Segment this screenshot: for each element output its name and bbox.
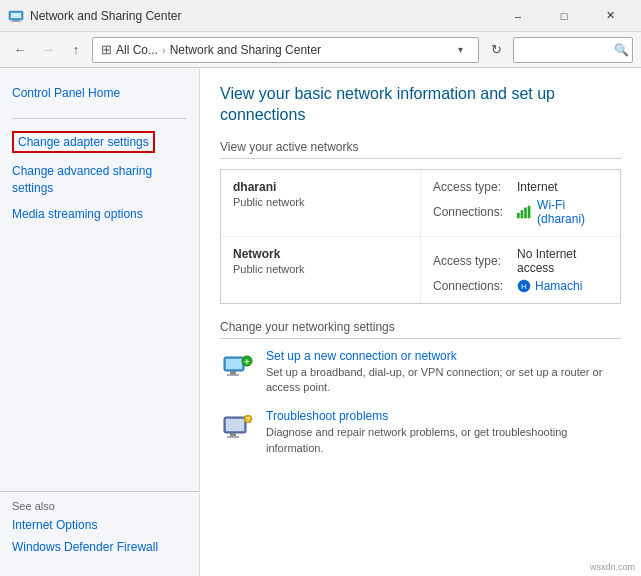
troubleshoot-icon: ? <box>220 409 256 445</box>
setup-connection-desc: Set up a broadband, dial-up, or VPN conn… <box>266 366 602 393</box>
svg-rect-7 <box>528 205 531 218</box>
status-row-conn-dharani: Connections: Wi-Fi (dharani) <box>433 198 608 226</box>
networking-item-troubleshoot: ? Troubleshoot problems Diagnose and rep… <box>220 409 621 456</box>
window-controls: – □ ✕ <box>495 0 633 32</box>
network-name-dharani: dharani <box>233 180 408 194</box>
access-value-dharani: Internet <box>517 180 558 194</box>
access-label-network: Access type: <box>433 254 513 268</box>
network-name-network: Network <box>233 247 408 261</box>
troubleshoot-desc: Diagnose and repair network problems, or… <box>266 426 567 453</box>
up-button[interactable]: ↑ <box>64 38 88 62</box>
status-row-access-network: Access type: No Internet access <box>433 247 608 275</box>
sidebar-internet-options[interactable]: Internet Options <box>12 516 187 534</box>
sidebar-windows-defender[interactable]: Windows Defender Firewall <box>12 538 187 556</box>
sidebar-bottom: See also Internet Options Windows Defend… <box>0 491 199 564</box>
hamachi-connection-link[interactable]: H Hamachi <box>517 279 582 293</box>
minimize-button[interactable]: – <box>495 0 541 32</box>
sidebar-media-streaming[interactable]: Media streaming options <box>12 205 187 223</box>
troubleshoot-text: Troubleshoot problems Diagnose and repai… <box>266 409 621 456</box>
app-icon <box>8 8 24 24</box>
sidebar-change-advanced[interactable]: Change advanced sharing settings <box>12 161 187 199</box>
network-status-dharani: Access type: Internet Connections: <box>421 170 620 236</box>
network-info-network: Network Public network <box>221 237 421 303</box>
access-value-network: No Internet access <box>517 247 608 275</box>
address-field[interactable]: ⊞ All Co... › Network and Sharing Center… <box>92 37 479 63</box>
setup-connection-text: Set up a new connection or network Set u… <box>266 349 621 396</box>
svg-rect-17 <box>226 419 244 431</box>
search-input[interactable] <box>520 43 610 57</box>
active-networks-label: View your active networks <box>220 140 621 159</box>
network-type-network: Public network <box>233 263 408 275</box>
svg-rect-18 <box>230 433 236 436</box>
svg-rect-4 <box>517 212 520 217</box>
refresh-button[interactable]: ↻ <box>483 37 509 63</box>
svg-rect-13 <box>227 374 239 376</box>
sidebar: Control Panel Home Change adapter settin… <box>0 68 200 576</box>
hamachi-link-text: Hamachi <box>535 279 582 293</box>
title-bar: Network and Sharing Center – □ ✕ <box>0 0 641 32</box>
svg-text:H: H <box>521 282 527 291</box>
breadcrumb-page: Network and Sharing Center <box>170 43 321 57</box>
troubleshoot-link[interactable]: Troubleshoot problems <box>266 409 621 423</box>
svg-rect-11 <box>226 359 242 369</box>
forward-button[interactable]: → <box>36 38 60 62</box>
svg-rect-5 <box>521 210 524 218</box>
setup-connection-icon: + <box>220 349 256 385</box>
network-row-network: Network Public network Access type: No I… <box>221 237 620 303</box>
content-area: View your basic network information and … <box>200 68 641 576</box>
breadcrumb: ⊞ All Co... › Network and Sharing Center <box>101 42 450 57</box>
status-row-access-dharani: Access type: Internet <box>433 180 608 194</box>
see-also-label: See also <box>12 500 187 512</box>
wifi-connection-link[interactable]: Wi-Fi (dharani) <box>517 198 608 226</box>
wifi-link-text: Wi-Fi (dharani) <box>537 198 608 226</box>
svg-rect-19 <box>227 436 239 438</box>
svg-text:+: + <box>244 356 249 366</box>
grid-icon: ⊞ <box>101 42 112 57</box>
maximize-button[interactable]: □ <box>541 0 587 32</box>
sidebar-divider-1 <box>12 118 187 119</box>
main-layout: Control Panel Home Change adapter settin… <box>0 68 641 576</box>
wifi-bars-icon <box>517 205 533 219</box>
sidebar-links-section: Change adapter settings Change advanced … <box>0 127 199 231</box>
conn-label-dharani: Connections: <box>433 205 513 219</box>
svg-text:?: ? <box>246 415 251 424</box>
svg-rect-6 <box>524 207 527 218</box>
status-row-conn-network: Connections: H Hamachi <box>433 279 608 293</box>
network-info-dharani: dharani Public network <box>221 170 421 236</box>
network-type-dharani: Public network <box>233 196 408 208</box>
breadcrumb-allco: All Co... <box>116 43 158 57</box>
close-button[interactable]: ✕ <box>587 0 633 32</box>
access-label-dharani: Access type: <box>433 180 513 194</box>
sidebar-control-panel-home[interactable]: Control Panel Home <box>12 84 187 102</box>
page-title: View your basic network information and … <box>220 84 621 126</box>
watermark: wsxdn.com <box>590 562 635 572</box>
sidebar-top-section: Control Panel Home <box>0 80 199 110</box>
search-box[interactable]: 🔍 <box>513 37 633 63</box>
back-button[interactable]: ← <box>8 38 32 62</box>
breadcrumb-sep: › <box>162 44 166 56</box>
network-row-dharani: dharani Public network Access type: Inte… <box>221 170 620 237</box>
address-dropdown-button[interactable]: ▾ <box>450 37 470 63</box>
networking-section-label: Change your networking settings <box>220 320 621 339</box>
network-status-network: Access type: No Internet access Connecti… <box>421 237 620 303</box>
address-bar: ← → ↑ ⊞ All Co... › Network and Sharing … <box>0 32 641 68</box>
sidebar-change-adapter[interactable]: Change adapter settings <box>12 131 155 153</box>
svg-rect-3 <box>11 21 21 22</box>
search-icon: 🔍 <box>614 43 629 57</box>
conn-label-network: Connections: <box>433 279 513 293</box>
networks-container: dharani Public network Access type: Inte… <box>220 169 621 304</box>
window-title: Network and Sharing Center <box>30 9 495 23</box>
svg-rect-12 <box>230 371 236 374</box>
hamachi-icon: H <box>517 279 531 293</box>
setup-connection-link[interactable]: Set up a new connection or network <box>266 349 621 363</box>
networking-item-setup: + Set up a new connection or network Set… <box>220 349 621 396</box>
svg-rect-1 <box>11 13 21 18</box>
